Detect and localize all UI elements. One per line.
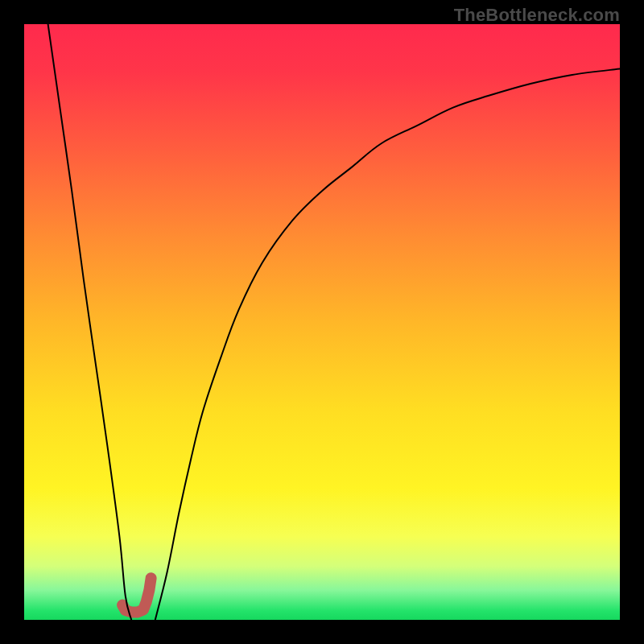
chart-frame: TheBottleneck.com <box>0 0 644 644</box>
watermark-text: TheBottleneck.com <box>454 5 620 26</box>
curve-right-branch <box>155 69 620 621</box>
chart-curves <box>24 24 620 620</box>
curve-left-branch <box>48 24 132 620</box>
plot-area <box>24 24 620 620</box>
